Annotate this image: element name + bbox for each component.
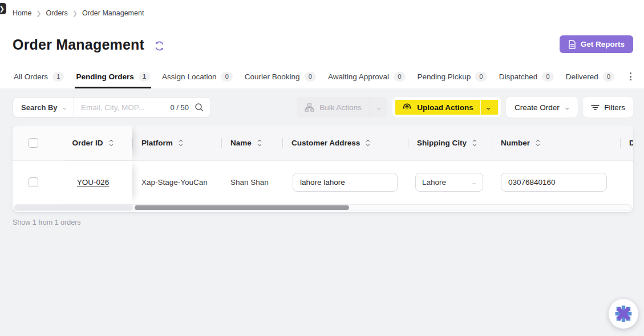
customer-address-input[interactable] bbox=[293, 173, 398, 192]
chevron-down-icon: ⌄ bbox=[564, 104, 570, 111]
tab-pending-pickup[interactable]: Pending Pickup 0 bbox=[416, 72, 488, 88]
tab-count-badge: 0 bbox=[221, 72, 232, 82]
tab-count-badge: 0 bbox=[603, 72, 614, 82]
search-by-label: Search By bbox=[21, 103, 58, 112]
tab-assign-location[interactable]: Assign Location 0 bbox=[161, 72, 234, 88]
tab-all-orders[interactable]: All Orders 1 bbox=[13, 72, 65, 88]
sidebar-expand-toggle[interactable]: ❯ bbox=[0, 3, 6, 14]
asterisk-widget-icon bbox=[614, 304, 633, 323]
get-reports-label: Get Reports bbox=[581, 40, 625, 48]
sort-icon[interactable] bbox=[472, 139, 477, 147]
breadcrumb-current: Order Management bbox=[82, 9, 144, 17]
orders-content: Search By ⌄ 0 / 50 bbox=[0, 88, 644, 336]
tab-count-badge: 0 bbox=[542, 72, 553, 82]
row-select-cell bbox=[13, 161, 54, 203]
shipping-city-select[interactable]: Lahore ⌄ bbox=[415, 173, 483, 192]
tab-pending-orders[interactable]: Pending Orders 1 bbox=[75, 72, 151, 88]
sort-icon[interactable] bbox=[365, 139, 371, 147]
search-char-counter: 0 / 50 bbox=[170, 103, 193, 112]
sort-icon[interactable] bbox=[257, 139, 262, 147]
chevron-down-icon: ⌄ bbox=[477, 104, 499, 111]
tab-delivered[interactable]: Delivered 0 bbox=[565, 72, 615, 88]
orders-table: Order ID Platform Name bbox=[13, 126, 633, 212]
order-status-tabs: All Orders 1 Pending Orders 1 Assign Loc… bbox=[13, 72, 625, 88]
header-customer-address[interactable]: Customer Address bbox=[282, 126, 408, 160]
tab-count-badge: 1 bbox=[52, 72, 64, 82]
chevron-right-icon: ❯ bbox=[0, 5, 5, 13]
tab-count-badge: 0 bbox=[394, 72, 405, 82]
results-summary: Show 1 from 1 orders bbox=[13, 218, 633, 226]
breadcrumb: Home ❯ Orders ❯ Order Management bbox=[13, 9, 144, 17]
header-shipping-city[interactable]: Shipping City bbox=[408, 126, 492, 160]
filters-label: Filters bbox=[604, 103, 625, 112]
chevron-separator-icon: ❯ bbox=[72, 10, 78, 17]
search-by-dropdown[interactable]: Search By ⌄ bbox=[13, 98, 74, 117]
chevron-separator-icon: ❯ bbox=[36, 10, 41, 17]
header-platform[interactable]: Platform bbox=[132, 126, 221, 160]
tab-dispatched[interactable]: Dispatched 0 bbox=[498, 72, 555, 88]
get-reports-button[interactable]: Get Reports bbox=[560, 35, 633, 53]
horizontal-scrollbar[interactable] bbox=[14, 204, 632, 211]
bulk-actions-icon bbox=[305, 103, 314, 112]
search-icon bbox=[195, 103, 204, 112]
chevron-down-icon: ⌄ bbox=[61, 104, 68, 111]
tab-count-badge: 0 bbox=[305, 72, 316, 82]
row-address-cell bbox=[282, 161, 408, 203]
bulk-actions-button[interactable]: Bulk Actions ⌄ bbox=[297, 97, 387, 118]
create-order-label: Create Order bbox=[515, 103, 560, 112]
upload-actions-label: Upload Actions bbox=[417, 103, 473, 112]
refresh-icon[interactable] bbox=[154, 41, 165, 51]
header-number[interactable]: Number bbox=[492, 126, 620, 160]
create-order-button[interactable]: Create Order ⌄ bbox=[506, 97, 578, 118]
row-city-cell: Lahore ⌄ bbox=[408, 161, 492, 203]
sort-icon[interactable] bbox=[108, 139, 114, 147]
upload-icon bbox=[402, 103, 412, 112]
phone-number-input[interactable] bbox=[501, 173, 607, 192]
title-row: Order Management bbox=[13, 37, 165, 53]
row-truncated-cell bbox=[620, 161, 633, 203]
chevron-down-icon: ⌄ bbox=[471, 179, 477, 185]
row-checkbox[interactable] bbox=[29, 177, 38, 187]
sort-icon[interactable] bbox=[178, 139, 184, 147]
select-all-checkbox[interactable] bbox=[29, 138, 38, 148]
row-number-cell bbox=[492, 161, 620, 203]
row-platform-cell: Xap-Stage-YouCan bbox=[132, 161, 221, 203]
orders-toolbar: Search By ⌄ 0 / 50 bbox=[13, 97, 633, 118]
upload-actions-button[interactable]: Upload Actions ⌄ bbox=[392, 97, 501, 118]
tab-count-badge: 0 bbox=[475, 72, 487, 82]
header-order-id[interactable]: Order ID bbox=[54, 126, 132, 160]
bulk-actions-label: Bulk Actions bbox=[319, 103, 362, 112]
tab-awaiting-approval[interactable]: Awaiting Approval 0 bbox=[327, 72, 406, 88]
order-id-link[interactable]: YOU-026 bbox=[77, 178, 109, 187]
search-control: Search By ⌄ 0 / 50 bbox=[13, 97, 211, 118]
header-truncated-column[interactable]: D bbox=[620, 126, 633, 160]
table-header-row: Order ID Platform Name bbox=[13, 126, 633, 161]
page-header: ❯ Home ❯ Orders ❯ Order Management Order… bbox=[0, 0, 644, 88]
tab-courier-booking[interactable]: Courier Booking 0 bbox=[244, 72, 317, 88]
scrollbar-sticky-track bbox=[14, 205, 133, 210]
widget-launcher-button[interactable] bbox=[609, 299, 638, 329]
filter-icon bbox=[591, 104, 600, 111]
header-select-all-cell bbox=[13, 126, 54, 160]
breadcrumb-orders[interactable]: Orders bbox=[46, 9, 68, 17]
search-button[interactable] bbox=[193, 103, 210, 112]
table-row: YOU-026 Xap-Stage-YouCan Shan Shan Lahor… bbox=[13, 161, 633, 203]
toolbar-actions: Bulk Actions ⌄ Upload Actions ⌄ Create bbox=[297, 97, 633, 118]
header-name[interactable]: Name bbox=[221, 126, 282, 160]
search-input[interactable] bbox=[74, 103, 170, 112]
filters-button[interactable]: Filters bbox=[583, 97, 633, 118]
tab-count-badge: 1 bbox=[139, 72, 150, 82]
chevron-down-icon: ⌄ bbox=[367, 104, 391, 111]
horizontal-scrollbar-thumb[interactable] bbox=[135, 205, 349, 210]
breadcrumb-home[interactable]: Home bbox=[13, 9, 31, 17]
sort-icon[interactable] bbox=[535, 139, 541, 147]
row-order-id-cell: YOU-026 bbox=[54, 161, 132, 203]
tabs-overflow-menu-icon[interactable] bbox=[626, 71, 635, 82]
report-document-icon bbox=[568, 40, 576, 49]
row-name-cell: Shan Shan bbox=[221, 161, 282, 203]
page-title: Order Management bbox=[13, 37, 144, 53]
